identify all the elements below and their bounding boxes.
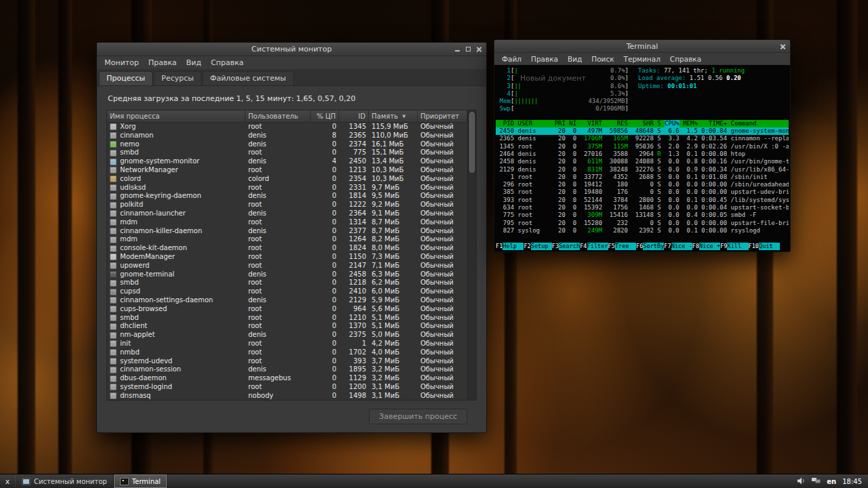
minimize-icon[interactable] [454, 45, 461, 53]
htop-row[interactable]: 1root2003377243522688S0.00.10:01.08/sbin… [496, 174, 789, 181]
column-header[interactable]: Имя процесса [107, 110, 245, 122]
process-row[interactable]: cupsdroot024106,0 МиБОбычный [107, 287, 467, 296]
process-row[interactable]: nmbdroot017024,0 МиБОбычный [107, 348, 467, 357]
fkey-button[interactable]: F6SortBy [636, 243, 664, 251]
process-row[interactable]: dhclientroot013705,1 МиБОбычный [107, 322, 467, 331]
process-row[interactable]: gnome-terminaldenis024586,3 МиБОбычный [107, 270, 467, 279]
keyboard-layout-indicator[interactable]: en [827, 478, 836, 485]
terminal-titlebar[interactable]: Terminal [494, 40, 790, 53]
process-row[interactable]: mdmroot013148,7 МиБОбычный [107, 218, 467, 227]
column-header[interactable]: % ЦП [311, 110, 339, 122]
system-monitor-titlebar[interactable]: Системный монитор [97, 43, 486, 56]
process-row[interactable]: Xorgroot01345115,9 МиБОбычный [107, 123, 467, 131]
process-row[interactable]: upowerdroot021477,1 МиБОбычный [107, 262, 467, 270]
menu-item[interactable]: Поиск [587, 54, 618, 64]
htop-column-header[interactable]: Command [731, 120, 789, 127]
column-header[interactable]: ID [339, 110, 369, 122]
volume-icon[interactable] [797, 477, 806, 486]
htop-column-header[interactable]: PID [496, 120, 514, 127]
process-row[interactable]: initroot014,2 МиБОбычный [107, 340, 467, 348]
fkey-button[interactable]: F3Search [552, 243, 580, 251]
htop-row[interactable]: 2365denis2001706M165M92228S3.34.20:03.54… [496, 135, 789, 142]
menu-item[interactable]: Вид [563, 54, 587, 64]
menu-item[interactable]: Справка [206, 57, 248, 68]
column-header[interactable]: Приоритет [418, 110, 467, 122]
process-row[interactable]: colordcolord0235410,3 МиБОбычный [107, 175, 467, 184]
maximize-icon[interactable] [465, 45, 472, 53]
htop-row[interactable]: 795root200152802320S0.00.00:00.00upstart… [496, 220, 789, 227]
tab-1[interactable]: Ресурсы [154, 71, 201, 85]
htop-column-header[interactable]: TIME+ [701, 120, 727, 127]
tab-0[interactable]: Процессы [99, 71, 153, 85]
htop-column-header[interactable]: SHR [631, 120, 654, 127]
process-row[interactable]: systemd-udevdroot03933,7 МиБОбычный [107, 357, 467, 366]
menu-item[interactable]: Справка [665, 54, 706, 64]
process-row[interactable]: systemd-logindroot012003,1 МиБОбычный [107, 383, 467, 392]
clock[interactable]: 18:45 [842, 478, 862, 485]
terminal-content[interactable]: Новый документ 1[|0.7%]2[0.0%]3[||8.6%]4… [494, 65, 790, 251]
fkey-button[interactable]: F4Filter [580, 243, 608, 251]
process-row[interactable]: mdmroot012648,2 МиБОбычный [107, 235, 467, 244]
htop-row[interactable]: 2450denis200497M5985648648S6.61.50:00.84… [496, 127, 789, 135]
menu-button[interactable]: x [0, 474, 16, 488]
process-row[interactable]: dnsmasqnobody014983,1 МиБОбычный [107, 392, 467, 400]
process-row[interactable]: polkitdroot012229,2 МиБОбычный [107, 201, 467, 209]
htop-column-header[interactable]: NI [569, 120, 576, 127]
htop-row[interactable]: 296root200194121800S0.00.00:00.00/sbin/u… [496, 181, 789, 188]
htop-column-header[interactable]: PRI [555, 120, 566, 127]
htop-row[interactable]: 2464denis2002701635882964R1.30.10:00.08h… [496, 150, 789, 158]
process-row[interactable]: dbus-daemonmessagebus011293,2 МиБОбычный [107, 374, 467, 383]
scrollbar-thumb[interactable] [469, 112, 475, 173]
menu-item[interactable]: Правка [526, 54, 563, 64]
htop-row[interactable]: 775root200309M1541613148S0.00.40:00.05sm… [496, 211, 789, 219]
process-row[interactable]: udisksdroot023319,7 МиБОбычный [107, 184, 467, 192]
end-process-button[interactable]: Завершить процесс [369, 409, 467, 424]
fkey-button[interactable]: F10Quit [749, 243, 781, 251]
fkey-button[interactable]: F8Nice + [692, 243, 720, 251]
menu-item[interactable]: Файл [497, 54, 526, 64]
htop-column-header[interactable]: VIRT [580, 120, 603, 127]
taskbar-window-button[interactable]: Terminal [114, 474, 167, 488]
fkey-button[interactable]: F1Help [496, 243, 524, 251]
process-row[interactable]: smbdroot012105,1 МиБОбычный [107, 314, 467, 323]
process-row[interactable]: cinnamon-sessiondenis018953,2 МиБОбычный [107, 365, 467, 374]
process-row[interactable]: nm-appletdenis023755,0 МиБОбычный [107, 331, 467, 340]
process-row[interactable]: smbdroot077515,1 МиБОбычный [107, 148, 467, 157]
close-icon[interactable] [475, 45, 483, 53]
taskbar-window-button[interactable]: Системный монитор [16, 474, 114, 488]
menu-item[interactable]: Вид [182, 57, 206, 68]
htop-column-header[interactable]: CPU% [665, 120, 679, 127]
process-row[interactable]: cinnamon-settings-daemondenis021295,9 Ми… [107, 296, 467, 305]
htop-column-header[interactable]: USER [517, 120, 551, 127]
process-row[interactable]: console-kit-daemonroot018248,0 МиБОбычны… [107, 244, 467, 253]
tab-2[interactable]: Файловые системы [203, 71, 294, 85]
htop-column-header[interactable]: S [657, 120, 660, 127]
menu-item[interactable]: Правка [144, 57, 182, 68]
column-header[interactable]: Память▼ [369, 110, 418, 122]
process-row[interactable]: cinnamon-launcherdenis023649,1 МиБОбычны… [107, 209, 467, 218]
network-icon[interactable] [812, 477, 821, 485]
process-row[interactable]: NetworkManagerroot0121310,3 МиБОбычный [107, 166, 467, 175]
process-row[interactable]: ModemManagerroot011507,3 МиБОбычный [107, 253, 467, 262]
htop-row[interactable]: 2458denis200611M3008824088S0.00.80:00.16… [496, 158, 789, 165]
fkey-button[interactable]: F5Tree [608, 243, 636, 251]
htop-row[interactable]: 827syslog200249M28202392S0.00.10:00.00rs… [496, 227, 789, 235]
column-header[interactable]: Пользователь [245, 110, 311, 122]
scrollbar[interactable] [467, 110, 476, 400]
fkey-button[interactable]: F7Nice - [664, 243, 692, 251]
htop-column-header[interactable]: MEM% [683, 120, 698, 127]
process-row[interactable]: cinnamondenis82365110,0 МиБОбычный [107, 131, 467, 140]
process-row[interactable]: smbdroot012186,2 МиБОбычный [107, 279, 467, 287]
fkey-button[interactable]: F2Setup [524, 243, 551, 251]
process-row[interactable]: nemodenis0237416,1 МиБОбычный [107, 140, 467, 149]
htop-row[interactable]: 634root2001539217561468S0.00.00:00.04ups… [496, 204, 789, 211]
menu-item[interactable]: Терминал [619, 54, 665, 64]
htop-row[interactable]: 1345root200375M115M95036S2.02.90:02.26/u… [496, 143, 789, 150]
process-row[interactable]: gnome-keyring-daemondenis018149,5 МиБОбы… [107, 192, 467, 201]
htop-row[interactable]: 393root2005214437842800S0.00.10:00.45/li… [496, 197, 789, 204]
fkey-button[interactable]: F9Kill [720, 243, 748, 251]
process-row[interactable]: cups-browsedroot09645,6 МиБОбычный [107, 305, 467, 314]
htop-column-header[interactable]: RES [606, 120, 628, 127]
menu-item[interactable]: Монитор [100, 57, 144, 68]
htop-row[interactable]: 385root200194801760S0.00.00:00.00upstart… [496, 188, 789, 196]
